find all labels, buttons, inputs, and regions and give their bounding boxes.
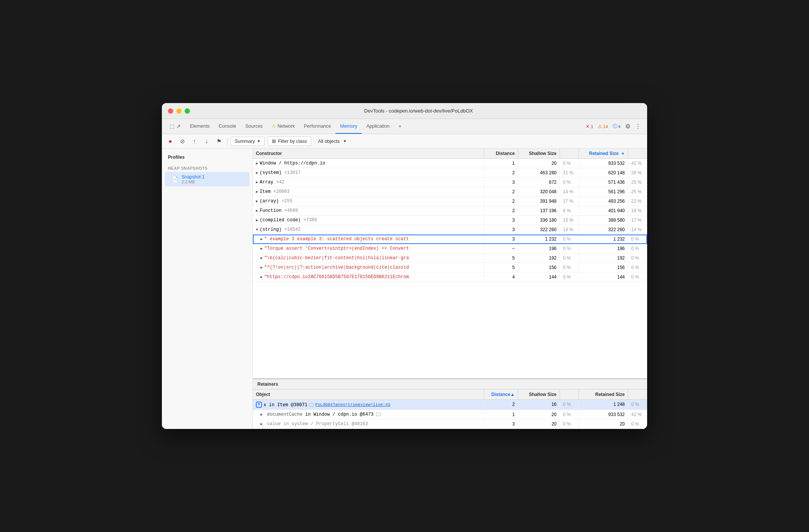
expand-icon[interactable]: ▶	[256, 218, 258, 222]
table-row[interactable]: ▶Array ×42 3 672 0 % 571 436 25 %	[253, 178, 647, 187]
maximize-button[interactable]	[185, 108, 190, 114]
retained-pct-cell: 25 %	[628, 178, 647, 187]
retained-size-cell: 620 148	[579, 168, 628, 177]
expand-icon[interactable]: ▼	[256, 402, 262, 408]
table-row[interactable]: ▼(string) ×16542 3 322 260 14 % 322 260 …	[253, 225, 647, 235]
error-badge[interactable]: ✕ 1	[586, 124, 593, 129]
record-button[interactable]: ●	[165, 136, 176, 147]
expand-icon[interactable]: ▶	[260, 265, 263, 270]
expand-icon[interactable]: ▶	[260, 412, 263, 417]
upper-table-header: Constructor Distance Shallow Size Retain…	[253, 149, 647, 159]
retained-pct-cell: 22 %	[628, 197, 647, 206]
retained-size-cell: 1 248	[579, 400, 628, 410]
expand-icon[interactable]: ▶	[256, 161, 258, 166]
distance-cell: 5	[484, 253, 518, 263]
table-row[interactable]: ▶(compiled code) ×7386 3 336 180 15 % 38…	[253, 216, 647, 225]
expand-icon[interactable]: ▶	[260, 237, 263, 241]
table-row[interactable]: ▶ value in system / PropertyCell @40163 …	[253, 419, 647, 429]
expand-icon[interactable]: ▶	[256, 189, 258, 194]
expand-icon[interactable]: ▶	[260, 246, 263, 251]
col-constructor: Constructor	[253, 149, 484, 158]
expand-icon[interactable]: ▼	[256, 228, 258, 232]
retained-size-cell: 192	[579, 253, 628, 263]
expand-icon[interactable]: ▶	[260, 275, 263, 279]
traffic-lights	[168, 108, 190, 114]
table-row[interactable]: ▶ documentCache in Window / cdpn.io @647…	[253, 410, 647, 419]
shallow-pct-cell: 0 %	[560, 244, 579, 253]
shallow-size-cell: 20	[518, 419, 560, 429]
settings-icon[interactable]: ⚙	[625, 123, 630, 130]
constructor-cell: ▶" example 3 example 3: scattered object…	[253, 235, 484, 244]
table-row[interactable]: ▶Item ×20003 2 320 048 14 % 561 296 25 %	[253, 187, 647, 197]
shallow-size-cell: 20	[518, 410, 560, 419]
distance-cell: 2	[484, 206, 518, 215]
table-row[interactable]: ▶"Torque assert 'Convert<uintptr>(endInd…	[253, 244, 647, 253]
tab-performance-label: Performance	[304, 124, 331, 129]
ret-col-retained: Retained Size	[579, 390, 628, 399]
shallow-size-cell: 391 948	[518, 197, 560, 206]
retained-pct-cell: 0 %	[628, 244, 647, 253]
expand-icon[interactable]: ▶	[260, 422, 263, 426]
expand-icon[interactable]: ▶	[260, 256, 263, 260]
filter-dropdown[interactable]: ⊞ Filter by class	[268, 136, 311, 146]
table-row[interactable]: ▶Function ×4689 2 137 196 6 % 401 940 18…	[253, 206, 647, 216]
tab-more[interactable]: »	[394, 119, 406, 134]
table-row[interactable]: ▶(array) ×255 2 391 948 17 % 493 256 22 …	[253, 197, 647, 206]
title-bar: DevTools - codepen.io/web-dot-dev/live/P…	[162, 103, 647, 119]
warning-badge[interactable]: ⚠ 14	[598, 124, 608, 129]
minimize-button[interactable]	[176, 108, 182, 114]
profiles-title: Profiles	[162, 153, 252, 163]
tab-sources[interactable]: Sources	[241, 119, 267, 134]
tab-elements[interactable]: Elements	[185, 119, 214, 134]
col-retained[interactable]: Retained Size ▼	[579, 149, 628, 158]
ret-obj-name: value in system / PropertyCell @40163	[267, 421, 368, 427]
table-row[interactable]: ▶"\b(calc|cubic-bezier|fit-content|hsl|h…	[253, 253, 647, 263]
tab-console[interactable]: Console	[214, 119, 241, 134]
retained-pct-cell: 42 %	[628, 410, 647, 419]
table-row[interactable]: ▶Window / https://cdpn.io 1 20 0 % 933 5…	[253, 159, 647, 168]
objects-label: All objects	[318, 139, 340, 144]
tab-application-label: Application	[366, 124, 389, 129]
save-button[interactable]: ↓	[201, 136, 212, 147]
ret-col-distance[interactable]: Distance▲	[484, 390, 518, 399]
retained-size-cell: 144	[579, 272, 628, 282]
tab-memory[interactable]: Memory	[336, 119, 362, 134]
table-row[interactable]: ▶"https://cdpn.io2AC766158D5B7507E170156…	[253, 272, 647, 282]
close-button[interactable]	[168, 108, 173, 114]
retained-size-cell: 933 532	[579, 410, 628, 419]
distance-cell: 3	[484, 216, 518, 225]
shallow-pct-cell: 17 %	[560, 197, 579, 206]
summary-dropdown[interactable]: Summary ▼	[230, 137, 265, 146]
expand-icon[interactable]: ▶	[256, 199, 258, 203]
tab-inspector[interactable]: ⬚ ↗	[165, 119, 185, 134]
clear-button[interactable]: ⚑	[213, 136, 224, 147]
retainers-table-body[interactable]: ▼ x in Item @38071 PoLdb0X?anon=true&vie…	[253, 400, 647, 429]
table-row[interactable]: ▶(system) ×13817 2 463 280 21 % 620 148 …	[253, 168, 647, 178]
tab-application[interactable]: Application	[362, 119, 394, 134]
tab-performance[interactable]: Performance	[299, 119, 336, 134]
retained-pct-cell: 42 %	[628, 159, 647, 168]
expand-icon[interactable]: ▶	[256, 208, 258, 213]
stop-button[interactable]: ⊘	[177, 136, 188, 147]
distance-cell: 5	[484, 263, 518, 272]
tab-network-label: Network	[278, 124, 295, 129]
tab-bar: ⬚ ↗ Elements Console Sources ⚠ Network P…	[162, 119, 647, 134]
info-badge[interactable]: ⓘ 4	[613, 124, 621, 129]
expand-icon[interactable]: ▶	[256, 171, 258, 175]
table-row[interactable]: ▶" example 3 example 3: scattered object…	[253, 235, 647, 244]
snapshot-item[interactable]: 📄 Snapshot 1 2.2 MB	[165, 172, 249, 186]
window-icon	[376, 413, 381, 416]
upper-table-body[interactable]: ▶Window / https://cdpn.io 1 20 0 % 933 5…	[253, 159, 647, 379]
table-row[interactable]: ▼ x in Item @38071 PoLdb0X?anon=true&vie…	[253, 400, 647, 410]
more-icon[interactable]: ⋮	[635, 123, 641, 130]
retained-size-cell: 933 532	[579, 159, 628, 168]
load-button[interactable]: ↑	[189, 136, 200, 147]
table-row[interactable]: ▶"^(?!on|src|(?:action|archive|backgroun…	[253, 263, 647, 272]
expand-icon[interactable]: ▶	[256, 180, 258, 185]
tab-network[interactable]: ⚠ Network	[267, 119, 299, 134]
col-shallow: Shallow Size	[518, 149, 560, 158]
source-link[interactable]: PoLdb0X?anon=true&view=live:43	[315, 402, 390, 407]
retainers-title: Retainers	[257, 382, 278, 387]
retained-size-cell: 388 580	[579, 216, 628, 225]
objects-dropdown[interactable]: All objects ▼	[314, 137, 351, 146]
